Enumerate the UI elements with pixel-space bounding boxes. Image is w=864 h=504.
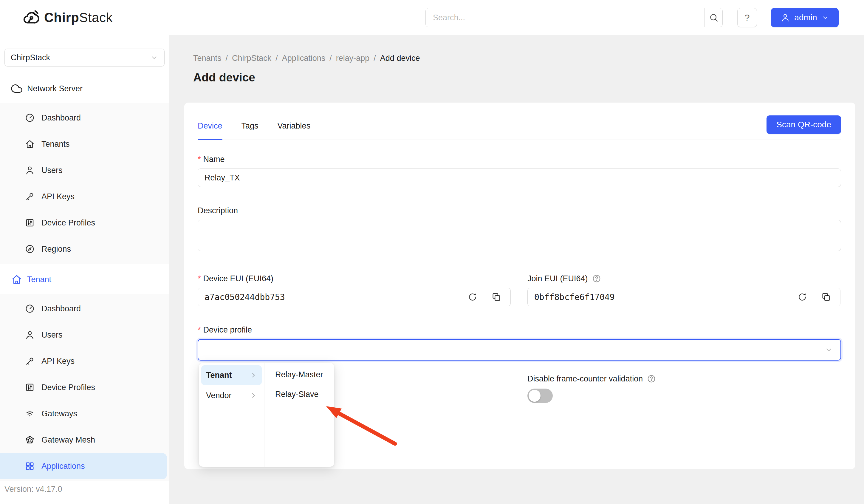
tab-tags[interactable]: Tags [241,120,259,140]
search-input[interactable] [426,8,705,27]
sidebar-item-tenant-device-profiles[interactable]: Device Profiles [0,374,169,400]
user-name: admin [794,13,817,22]
fcnt-toggle[interactable] [527,388,553,403]
search-icon [709,13,719,22]
sidebar-item-tenant-api-keys[interactable]: API Keys [0,348,169,374]
breadcrumb-separator: / [226,52,228,64]
breadcrumb-separator: / [275,52,278,64]
device-profile-label-text: Device profile [203,324,252,336]
breadcrumb-applications[interactable]: Applications [282,52,326,64]
dropdown-group-label: Vendor [206,391,249,400]
tabbar: Device Tags Variables [198,120,841,140]
dropdown-group-column: Tenant Vendor [199,363,264,467]
chevron-down-icon [150,53,158,62]
breadcrumb-chirpstack[interactable]: ChirpStack [232,52,271,64]
gauge-icon [25,113,35,123]
breadcrumb-separator: / [374,52,376,64]
sidebar-item-tenants[interactable]: Tenants [0,131,169,157]
dropdown-option-relay-master[interactable]: Relay-Master [264,365,334,384]
key-icon [25,191,35,202]
toggle-knob [529,390,541,402]
sidebar-item-label: Gateway Mesh [41,435,95,445]
dev-eui-label-text: Device EUI (EUI64) [203,273,274,284]
chevron-right-icon [249,371,257,379]
breadcrumb-separator: / [329,52,332,64]
question-circle-icon[interactable] [647,374,656,383]
brand-name: ChirpStack [44,10,113,25]
question-circle-icon[interactable] [592,274,601,283]
dropdown-option-relay-slave[interactable]: Relay-Slave [264,384,334,404]
device-profile-dropdown: Tenant Vendor Relay-Master Relay-Slave [199,363,334,467]
join-eui-label: Join EUI (EUI64) [527,273,840,284]
mesh-icon [25,435,35,445]
breadcrumb-relay-app[interactable]: relay-app [336,52,370,64]
regenerate-icon[interactable] [467,292,478,302]
sidebar-item-tenant-users[interactable]: Users [0,322,169,348]
sidebar-item-label: API Keys [41,192,74,201]
sidebar-item-label: Regions [41,244,71,254]
wifi-icon [25,409,35,419]
join-eui-value[interactable]: 0bff8bcfe6f17049 [534,292,783,302]
sidebar-item-ns-api-keys[interactable]: API Keys [0,183,169,209]
user-icon [781,13,790,22]
section-tenant-label: Tenant [27,275,51,284]
tenant-menu: Dashboard Users API Keys Device Profiles… [0,294,169,481]
name-input[interactable] [198,168,841,187]
chevron-right-icon [249,391,257,400]
appstore-icon [25,461,35,471]
description-textarea[interactable] [198,220,841,251]
join-eui-field[interactable]: 0bff8bcfe6f17049 [527,288,840,306]
sidebar-item-gateway-mesh[interactable]: Gateway Mesh [0,427,169,453]
tab-device[interactable]: Device [198,120,223,140]
copy-icon[interactable] [821,292,831,302]
sidebar-item-applications[interactable]: Applications [0,453,167,479]
device-profile-select[interactable] [198,339,841,361]
user-menu-button[interactable]: admin [771,8,839,27]
sidebar-item-tenant-dashboard[interactable]: Dashboard [0,296,169,322]
chirpstack-logo-icon [22,8,40,27]
sidebar-item-label: Users [41,331,63,340]
description-label-text: Description [198,205,238,216]
sidebar-item-label: API Keys [41,357,74,366]
dev-eui-label: * Device EUI (EUI64) [198,273,511,284]
search-button[interactable] [705,8,722,27]
sidebar-item-ns-users[interactable]: Users [0,157,169,183]
help-button[interactable]: ? [737,8,757,27]
copy-icon[interactable] [491,292,502,302]
cloud-icon [11,83,22,94]
dev-eui-value[interactable]: a7ac050244dbb753 [205,292,454,302]
chirpstack-logo[interactable]: ChirpStack [22,8,113,27]
regenerate-icon[interactable] [797,292,807,302]
chevron-down-icon [821,14,829,22]
section-tenant[interactable]: Tenant [0,272,169,287]
control-icon [25,382,35,393]
device-profile-label: * Device profile [198,324,841,336]
brand-bold: Chirp [44,10,79,25]
dropdown-group-vendor[interactable]: Vendor [201,386,262,405]
section-network-server: Network Server [0,81,169,96]
name-label-text: Name [203,154,225,165]
gauge-icon [25,303,35,314]
brand-regular: Stack [79,10,113,25]
required-marker: * [198,154,201,165]
dropdown-group-tenant[interactable]: Tenant [201,365,262,385]
section-network-server-label: Network Server [27,84,83,93]
sidebar-item-label: Tenants [41,140,70,149]
sidebar-item-label: Gateways [41,409,77,418]
required-marker: * [198,273,201,284]
sidebar-item-ns-dashboard[interactable]: Dashboard [0,105,169,131]
org-selector[interactable]: ChirpStack [4,49,165,67]
control-icon [25,218,35,228]
sidebar-item-regions[interactable]: Regions [0,236,169,262]
sidebar-item-ns-device-profiles[interactable]: Device Profiles [0,209,169,236]
compass-icon [25,244,35,254]
dev-eui-field[interactable]: a7ac050244dbb753 [198,288,511,306]
sidebar: ChirpStack Network Server Dashboard Tena… [0,35,169,504]
breadcrumb-tenants[interactable]: Tenants [193,52,221,64]
dropdown-option-column: Relay-Master Relay-Slave [264,363,334,467]
user-icon [25,330,35,340]
sidebar-item-gateways[interactable]: Gateways [0,400,169,427]
home-icon [11,274,22,285]
tab-variables[interactable]: Variables [278,120,311,140]
scan-qr-button[interactable]: Scan QR-code [767,116,841,134]
